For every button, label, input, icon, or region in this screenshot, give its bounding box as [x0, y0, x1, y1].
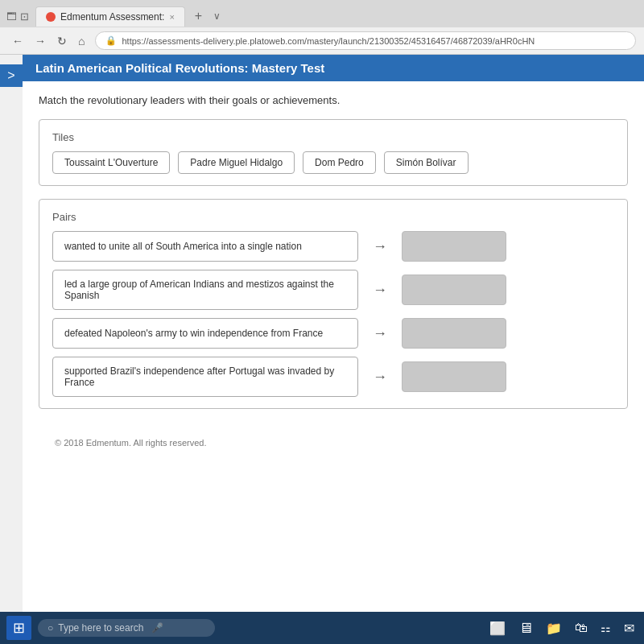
tile-simon[interactable]: Simón Bolívar: [384, 151, 469, 174]
mail-icon[interactable]: ✉: [621, 619, 638, 638]
tab-bar: 🗔 ⊡ Edmentum Assessment: × + ∨: [0, 0, 644, 27]
url-text: https://assessments-delivery.ple.platowe…: [122, 36, 535, 46]
tab-close-button[interactable]: ×: [169, 12, 174, 22]
lock-icon: 🔒: [105, 35, 117, 46]
pair-clue-1: wanted to unite all of South America int…: [52, 231, 358, 262]
pair-row-1: wanted to unite all of South America int…: [52, 231, 614, 262]
sidebar-toggle[interactable]: >: [0, 64, 23, 87]
pair-clue-3: defeated Napoleon's army to win independ…: [52, 318, 358, 349]
page-title: Latin American Political Revolutions: Ma…: [35, 61, 324, 75]
microphone-icon: 🎤: [151, 622, 163, 634]
browser-icon-back: 🗔: [6, 10, 17, 23]
browser-icon-tab: ⊡: [20, 10, 29, 23]
pair-clue-2: led a large group of American Indians an…: [52, 270, 358, 310]
forward-button[interactable]: →: [31, 33, 50, 49]
refresh-button[interactable]: ↻: [53, 33, 71, 49]
tab-arrow-down[interactable]: ∨: [213, 10, 221, 22]
tile-padre[interactable]: Padre Miguel Hidalgo: [178, 151, 295, 174]
pair-answer-4[interactable]: [402, 361, 506, 392]
home-button[interactable]: ⌂: [74, 33, 89, 49]
browser-taskbar-icon[interactable]: 🖥: [515, 618, 536, 638]
pair-answer-1[interactable]: [402, 231, 506, 262]
active-tab[interactable]: Edmentum Assessment: ×: [35, 6, 185, 27]
page-title-bar: Latin American Political Revolutions: Ma…: [23, 55, 644, 81]
pair-answer-2[interactable]: [402, 275, 506, 305]
tiles-section: Tiles Toussaint L'Ouverture Padre Miguel…: [39, 119, 628, 186]
nav-buttons: ← → ↻ ⌂: [8, 33, 89, 49]
tiles-container: Toussaint L'Ouverture Padre Miguel Hidal…: [52, 151, 614, 174]
tiles-label: Tiles: [52, 131, 614, 143]
taskbar-search-label: Type here to search: [58, 622, 143, 634]
footer-copyright: © 2018 Edmentum. All rights reserved.: [39, 422, 628, 456]
pair-answer-3[interactable]: [402, 318, 506, 349]
taskbar-search-box[interactable]: ○ Type here to search 🎤: [38, 619, 215, 637]
tab-label: Edmentum Assessment:: [60, 11, 164, 23]
pair-clue-4: supported Brazil's independence after Po…: [52, 357, 358, 397]
taskbar: ⊞ ○ Type here to search 🎤 ⬜ 🖥 📁 🛍 ⚏ ✉: [0, 612, 644, 644]
start-button[interactable]: ⊞: [6, 616, 31, 640]
store-icon[interactable]: 🛍: [572, 619, 591, 637]
taskbar-icons: ⬜ 🖥 📁 🛍 ⚏ ✉: [486, 618, 638, 638]
search-icon: ○: [47, 622, 53, 634]
taskview-icon[interactable]: ⬜: [486, 619, 509, 638]
tile-dom[interactable]: Dom Pedro: [303, 151, 376, 174]
pairs-container: wanted to unite all of South America int…: [52, 231, 614, 397]
instruction-text: Match the revolutionary leaders with the…: [39, 94, 628, 106]
pair-row-4: supported Brazil's independence after Po…: [52, 357, 614, 397]
back-button[interactable]: ←: [8, 33, 27, 49]
address-bar: ← → ↻ ⌂ 🔒 https://assessments-delivery.p…: [0, 27, 644, 55]
tab-favicon: [46, 12, 56, 22]
pair-row-2: led a large group of American Indians an…: [52, 270, 614, 310]
url-box[interactable]: 🔒 https://assessments-delivery.ple.plato…: [95, 31, 636, 50]
new-tab-button[interactable]: +: [188, 5, 208, 27]
pairs-section: Pairs wanted to unite all of South Ameri…: [39, 199, 628, 409]
main-content: Latin American Political Revolutions: Ma…: [23, 55, 644, 618]
folder-icon[interactable]: 📁: [543, 619, 565, 638]
pair-arrow-2: →: [368, 282, 392, 299]
pair-row-3: defeated Napoleon's army to win independ…: [52, 318, 614, 349]
tile-toussaint[interactable]: Toussaint L'Ouverture: [52, 151, 170, 174]
pair-arrow-4: →: [368, 369, 392, 386]
pair-arrow-1: →: [368, 238, 392, 255]
pairs-label: Pairs: [52, 211, 614, 223]
apps-icon[interactable]: ⚏: [597, 620, 614, 636]
pair-arrow-3: →: [368, 325, 392, 342]
